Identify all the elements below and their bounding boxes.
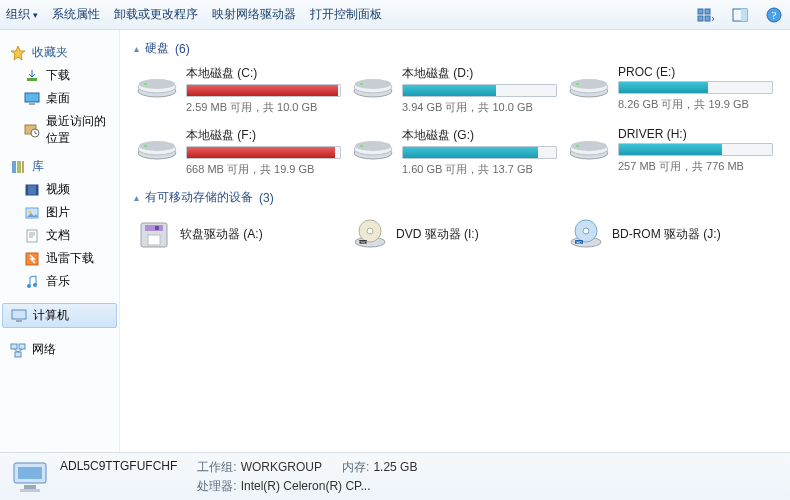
- view-options-button[interactable]: [696, 5, 716, 25]
- removable-item[interactable]: BDBD-ROM 驱动器 (J:): [566, 212, 766, 256]
- dvd-drive-icon: DVD: [352, 216, 388, 252]
- capacity-bar: [402, 146, 557, 159]
- svg-rect-0: [698, 9, 703, 14]
- sidebar-label: 桌面: [46, 90, 70, 107]
- map-network-drive-button[interactable]: 映射网络驱动器: [212, 6, 296, 23]
- system-properties-button[interactable]: 系统属性: [52, 6, 100, 23]
- drive-free-text: 668 MB 可用，共 19.9 GB: [186, 161, 341, 177]
- drive-item[interactable]: PROC (E:)8.26 GB 可用，共 19.9 GB: [566, 63, 766, 121]
- removable-name: BD-ROM 驱动器 (J:): [612, 226, 721, 243]
- details-pane: ADL5C9TTGFUFCHF 工作组:WORKGROUP 内存:1.25 GB…: [0, 452, 790, 500]
- sidebar-item-xunlei[interactable]: 迅雷下载: [0, 247, 119, 270]
- recent-icon: [24, 122, 40, 138]
- open-control-panel-button[interactable]: 打开控制面板: [310, 6, 382, 23]
- sidebar-item-documents[interactable]: 文档: [0, 224, 119, 247]
- group-header-hdd[interactable]: ▴ 硬盘 (6): [134, 40, 776, 57]
- sidebar-label: 图片: [46, 204, 70, 221]
- drive-item[interactable]: 本地磁盘 (D:)3.94 GB 可用，共 10.0 GB: [350, 63, 550, 121]
- hard-drive-icon: [352, 65, 394, 101]
- svg-text:?: ?: [772, 9, 777, 21]
- sidebar-item-videos[interactable]: 视频: [0, 178, 119, 201]
- music-icon: [24, 274, 40, 290]
- drive-free-text: 8.26 GB 可用，共 19.9 GB: [618, 96, 773, 112]
- group-header-removable[interactable]: ▴ 有可移动存储的设备 (3): [134, 189, 776, 206]
- preview-pane-button[interactable]: [730, 5, 750, 25]
- svg-rect-9: [27, 78, 37, 81]
- sidebar-label: 网络: [32, 341, 56, 358]
- svg-rect-71: [24, 485, 36, 489]
- svg-rect-15: [17, 161, 21, 173]
- sidebar-item-desktop[interactable]: 桌面: [0, 87, 119, 110]
- sidebar-item-computer[interactable]: 计算机: [2, 303, 117, 328]
- removable-item[interactable]: DVDDVD 驱动器 (I:): [350, 212, 550, 256]
- xunlei-icon: [24, 251, 40, 267]
- svg-rect-1: [705, 9, 710, 14]
- capacity-bar: [618, 81, 773, 94]
- svg-rect-19: [36, 185, 38, 195]
- svg-rect-29: [19, 344, 25, 349]
- sidebar-label: 音乐: [46, 273, 70, 290]
- organize-menu[interactable]: 组织: [6, 6, 38, 23]
- status-processor: Intel(R) Celeron(R) CP...: [241, 479, 371, 493]
- sidebar-item-pictures[interactable]: 图片: [0, 201, 119, 224]
- removable-item[interactable]: 软盘驱动器 (A:): [134, 212, 334, 256]
- sidebar-item-music[interactable]: 音乐: [0, 270, 119, 293]
- svg-rect-38: [360, 83, 363, 85]
- hard-drive-icon: [568, 127, 610, 163]
- svg-marker-8: [11, 46, 25, 60]
- svg-rect-57: [148, 235, 160, 245]
- sidebar-item-recent[interactable]: 最近访问的位置: [0, 110, 119, 150]
- svg-rect-5: [741, 9, 747, 21]
- svg-rect-11: [29, 103, 35, 105]
- floppy-drive-icon: [136, 216, 172, 252]
- drive-item[interactable]: 本地磁盘 (G:)1.60 GB 可用，共 13.7 GB: [350, 125, 550, 183]
- hard-drive-icon: [568, 65, 610, 101]
- sidebar-libraries-header[interactable]: 库: [0, 150, 119, 178]
- hard-drive-icon: [136, 65, 178, 101]
- capacity-bar: [618, 143, 773, 156]
- svg-rect-16: [22, 161, 24, 173]
- sidebar-label: 最近访问的位置: [46, 113, 111, 147]
- capacity-bar: [186, 84, 341, 97]
- svg-point-66: [583, 228, 589, 234]
- sidebar-item-network[interactable]: 网络: [0, 338, 119, 361]
- svg-rect-10: [25, 93, 39, 102]
- svg-rect-46: [144, 145, 147, 147]
- network-icon: [10, 342, 26, 358]
- svg-rect-2: [698, 16, 703, 21]
- svg-rect-58: [155, 226, 159, 230]
- help-button[interactable]: ?: [764, 5, 784, 25]
- sidebar-label: 计算机: [33, 307, 69, 324]
- sidebar-label: 文档: [46, 227, 70, 244]
- svg-rect-18: [26, 185, 28, 195]
- drive-name: 本地磁盘 (D:): [402, 65, 557, 82]
- svg-text:BD: BD: [577, 241, 582, 245]
- status-workgroup: WORKGROUP: [241, 460, 322, 474]
- status-processor-label: 处理器:: [197, 479, 236, 493]
- hard-drive-icon: [136, 127, 178, 163]
- svg-rect-30: [15, 352, 21, 357]
- sidebar-item-downloads[interactable]: 下载: [0, 64, 119, 87]
- removable-name: DVD 驱动器 (I:): [396, 226, 479, 243]
- drive-item[interactable]: 本地磁盘 (F:)668 MB 可用，共 19.9 GB: [134, 125, 334, 183]
- svg-rect-54: [576, 145, 579, 147]
- navigation-pane: 收藏夹 下载 桌面 最近访问的位置 库 视频 图片 文档: [0, 30, 120, 452]
- download-icon: [24, 68, 40, 84]
- drive-name: DRIVER (H:): [618, 127, 773, 141]
- drive-item[interactable]: DRIVER (H:)257 MB 可用，共 776 MB: [566, 125, 766, 183]
- uninstall-program-button[interactable]: 卸载或更改程序: [114, 6, 198, 23]
- group-count: (6): [175, 42, 190, 56]
- collapse-icon: ▴: [134, 192, 139, 203]
- drive-name: 本地磁盘 (F:): [186, 127, 341, 144]
- status-computer-name: ADL5C9TTGFUFCHF: [60, 459, 177, 476]
- sidebar-favorites-header[interactable]: 收藏夹: [0, 36, 119, 64]
- drive-item[interactable]: 本地磁盘 (C:)2.59 MB 可用，共 10.0 GB: [134, 63, 334, 121]
- svg-rect-56: [145, 225, 163, 231]
- status-memory-label: 内存:: [342, 460, 369, 474]
- sidebar-label: 库: [32, 158, 44, 175]
- libraries-icon: [10, 159, 26, 175]
- svg-rect-26: [12, 310, 26, 319]
- svg-rect-14: [12, 161, 16, 173]
- drive-name: 本地磁盘 (G:): [402, 127, 557, 144]
- group-label: 有可移动存储的设备: [145, 189, 253, 206]
